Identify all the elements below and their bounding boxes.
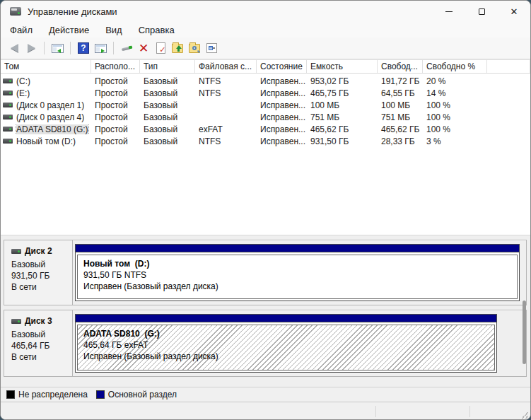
properties-list-icon: [206, 43, 217, 53]
volume-status: Исправен...: [257, 136, 307, 146]
disk-name: Диск 2: [25, 246, 52, 256]
toolbar-separator: [44, 42, 45, 54]
volume-block-d[interactable]: Новый том (D:) 931,50 ГБ NTFS Исправен (…: [75, 244, 520, 301]
back-button[interactable]: [6, 40, 22, 56]
table-row[interactable]: (Диск 0 раздел 1) Простой Базовый Исправ…: [1, 99, 530, 111]
explore-button[interactable]: [187, 40, 202, 56]
table-row[interactable]: Новый том (D:) Простой Базовый NTFS Испр…: [1, 135, 530, 147]
disk-3-label-panel[interactable]: Диск 3 Базовый 465,64 ГБ В сети: [4, 310, 73, 376]
volume-fs: NTFS: [195, 76, 257, 86]
show-console-tree-icon: [52, 44, 64, 53]
volume-layout: Простой: [91, 100, 140, 110]
volume-fs: NTFS: [195, 88, 257, 98]
column-header-type[interactable]: Тип: [140, 60, 195, 73]
volume-name: Новый том (D:): [16, 136, 76, 146]
disk-status: В сети: [11, 281, 72, 293]
menu-help[interactable]: Справка: [136, 24, 177, 36]
open-button[interactable]: [170, 40, 185, 56]
disk-row-3: Диск 3 Базовый 465,64 ГБ В сети ADATA SD…: [4, 310, 527, 377]
title-bar: Управление дисками ✕: [1, 1, 530, 22]
forward-icon: [28, 44, 35, 52]
resize-grip[interactable]: [521, 412, 528, 419]
volume-status: Исправен...: [257, 124, 307, 134]
volume-free: 28,33 ГБ: [378, 136, 423, 146]
volume-free: 191,72 ГБ: [378, 76, 423, 86]
volume-type: Базовый: [140, 100, 195, 110]
volume-health: Исправен (Базовый раздел диска): [83, 281, 517, 292]
disk-size: 931,50 ГБ: [11, 270, 72, 281]
primary-partition-band: [76, 315, 496, 322]
disk-management-window: Управление дисками ✕ Файл Действие Вид С…: [0, 0, 531, 420]
volume-free-pct: 14 %: [423, 88, 487, 98]
column-header-volume[interactable]: Том: [1, 60, 91, 73]
window-title: Управление дисками: [28, 6, 117, 17]
show-action-pane-icon: [95, 44, 107, 53]
volume-type: Базовый: [140, 112, 195, 122]
volume-title: Новый том (D:): [83, 258, 517, 269]
status-bar: [1, 402, 530, 420]
table-row-selected[interactable]: ADATA SD810 (G:) Простой Базовый exFAT И…: [1, 123, 530, 135]
table-row[interactable]: (C:) Простой Базовый NTFS Исправен... 95…: [1, 75, 530, 87]
volume-layout: Простой: [91, 76, 140, 86]
volume-size-fs: 465,64 ГБ exFAT: [83, 339, 494, 351]
volume-name: (Диск 0 раздел 4): [16, 112, 84, 122]
volume-fs: NTFS: [195, 136, 257, 146]
tasks-button[interactable]: [153, 40, 168, 56]
tools-button[interactable]: [119, 40, 134, 56]
help-icon: ?: [78, 42, 89, 54]
volume-free: 64,55 ГБ: [378, 88, 423, 98]
disk-row-2: Диск 2 Базовый 931,50 ГБ В сети Новый то…: [4, 240, 527, 305]
column-header-status[interactable]: Состояние: [257, 60, 307, 73]
table-row[interactable]: (Диск 0 раздел 4) Простой Базовый Исправ…: [1, 111, 530, 123]
volume-status: Исправен...: [257, 88, 307, 98]
properties-button[interactable]: [204, 40, 219, 56]
volume-name: (Диск 0 раздел 1): [16, 100, 84, 110]
show-console-tree-button[interactable]: [49, 40, 65, 56]
volume-name: (E:): [16, 88, 30, 98]
volumes-list-header: Том Располо... Тип Файловая с... Состоян…: [1, 59, 530, 74]
column-header-free-pct[interactable]: Свободно %: [423, 60, 487, 73]
menu-action[interactable]: Действие: [47, 24, 91, 36]
minimize-button[interactable]: [433, 1, 465, 22]
menu-view[interactable]: Вид: [103, 24, 124, 36]
column-header-fs[interactable]: Файловая с...: [195, 60, 257, 73]
forward-button[interactable]: [23, 40, 39, 56]
disk-type: Базовый: [11, 329, 72, 340]
volume-icon: [3, 139, 13, 144]
delete-volume-button[interactable]: ✕: [136, 40, 151, 56]
volume-free-pct: 3 %: [423, 136, 487, 146]
table-row[interactable]: (E:) Простой Базовый NTFS Исправен... 46…: [1, 87, 530, 99]
help-button[interactable]: ?: [76, 40, 91, 56]
disk-status: В сети: [11, 351, 72, 363]
volume-capacity: 465,62 ГБ: [307, 124, 378, 134]
volume-free: 751 МБ: [378, 112, 423, 122]
menu-bar: Файл Действие Вид Справка: [1, 22, 530, 37]
volume-icon: [3, 78, 13, 83]
volume-capacity: 465,75 ГБ: [307, 88, 378, 98]
volume-icon: [3, 91, 13, 95]
column-header-capacity[interactable]: Емкость: [307, 60, 378, 73]
statusbar-divider: [375, 406, 376, 417]
volume-status: Исправен...: [257, 100, 307, 110]
delete-volume-icon: ✕: [139, 42, 148, 54]
volume-capacity: 100 МБ: [307, 100, 378, 110]
column-header-layout[interactable]: Располо...: [91, 60, 140, 73]
column-header-free[interactable]: Свобод...: [378, 60, 423, 73]
disk-drive-icon: [10, 7, 21, 16]
menu-file[interactable]: Файл: [8, 24, 35, 36]
legend-unallocated-label: Не распределена: [18, 390, 88, 399]
volume-free-pct: 100 %: [423, 124, 487, 134]
unallocated-color-swatch: [6, 390, 15, 399]
volume-layout: Простой: [91, 88, 140, 98]
show-action-pane-button[interactable]: [93, 40, 108, 56]
tasks-doc-icon: [156, 42, 165, 54]
maximize-button[interactable]: [465, 1, 498, 22]
volume-status: Исправен...: [257, 76, 307, 86]
vertical-scrollbar[interactable]: [523, 301, 526, 364]
volume-block-g-selected[interactable]: ADATA SD810 (G:) 465,64 ГБ exFAT Исправе…: [75, 314, 497, 373]
volume-type: Базовый: [140, 124, 195, 134]
disk-icon: [11, 249, 21, 254]
close-button[interactable]: ✕: [498, 1, 530, 22]
disk-2-label-panel[interactable]: Диск 2 Базовый 931,50 ГБ В сети: [4, 240, 73, 305]
minimize-icon: [445, 11, 453, 12]
